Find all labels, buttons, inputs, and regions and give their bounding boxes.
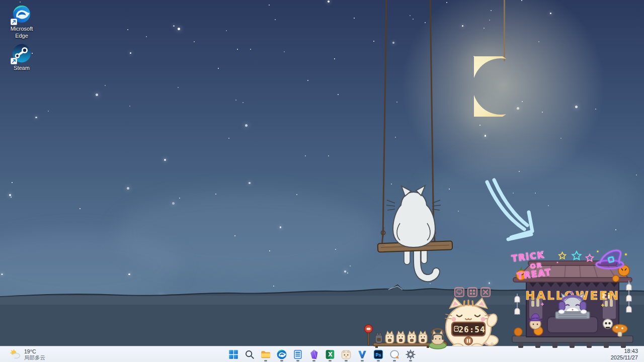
search-button[interactable] (243, 347, 257, 362)
obsidian-button[interactable] (307, 347, 321, 362)
chat-button[interactable] (387, 347, 401, 362)
running-indicator (409, 360, 412, 361)
pet-cats-cream (385, 331, 427, 343)
cat-on-swing (365, 177, 463, 285)
running-indicator (329, 360, 332, 361)
taskbar-weather-widget[interactable]: 19°C 局部多云 (5, 346, 49, 362)
file-explorer-button[interactable] (259, 347, 273, 362)
desktop-wallpaper: Microsoft Edge Steam (0, 0, 644, 362)
running-indicator (296, 360, 299, 361)
running-indicator (361, 360, 364, 361)
weather-icon (9, 348, 21, 360)
running-indicator (312, 360, 315, 361)
desktop-icon-edge[interactable]: Microsoft Edge (4, 4, 39, 40)
visio-button[interactable] (355, 347, 369, 362)
timer-cat-body: 26:54 (439, 297, 500, 348)
monitor-button[interactable] (454, 287, 464, 297)
cat-pet-button[interactable] (339, 347, 353, 362)
start-button[interactable] (226, 347, 240, 362)
tray-date: 2025/11/27 (611, 354, 638, 361)
grid-button[interactable] (467, 287, 477, 297)
pet-headphone-cat[interactable] (428, 325, 448, 349)
running-indicator (345, 360, 348, 361)
edge-logo (12, 4, 32, 24)
desktop-icon-label: Steam (4, 65, 39, 72)
running-indicator (377, 360, 380, 361)
excel-button[interactable]: X (323, 347, 337, 362)
edge-button[interactable] (275, 347, 289, 362)
timer-cat-widget[interactable]: 26:54 (439, 286, 500, 348)
booth-platform (512, 336, 633, 348)
pet-bench-widget[interactable] (362, 324, 434, 348)
pause-button[interactable] (464, 337, 472, 345)
timer-time: 26:54 (458, 325, 485, 334)
svg-text:X: X (328, 351, 333, 358)
settings-button[interactable] (404, 347, 418, 362)
close-button[interactable] (480, 287, 491, 297)
photoshop-button[interactable]: Ps (371, 347, 385, 362)
shortcut-arrow-overlay (11, 58, 17, 64)
shortcut-arrow-overlay (11, 19, 17, 25)
swing-ropes (0, 0, 644, 251)
hand-drawn-arrow (479, 177, 542, 245)
weather-temperature: 19°C (24, 348, 45, 354)
notes-button[interactable] (291, 347, 305, 362)
running-indicator (393, 360, 396, 361)
steam-logo (12, 43, 32, 63)
running-indicator (280, 360, 283, 361)
halloween-booth-widget[interactable]: HALLOWEEN (509, 247, 636, 351)
neon-witch-hat (596, 250, 627, 268)
desktop-icon-steam[interactable]: Steam (4, 43, 39, 72)
svg-text:Ps: Ps (375, 352, 381, 357)
pet-cat-dark (375, 332, 382, 343)
desktop-icon-label: Microsoft Edge (4, 26, 39, 40)
running-indicator (264, 360, 267, 361)
weather-condition: 局部多云 (24, 354, 45, 360)
